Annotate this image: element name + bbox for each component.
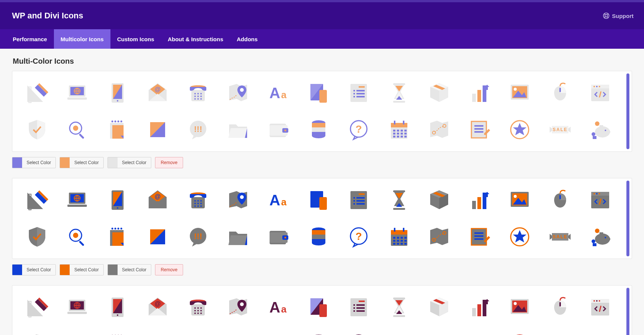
star-badge-icon[interactable]	[501, 222, 538, 252]
scrollbar[interactable]	[626, 181, 629, 256]
edit-list-icon[interactable]	[461, 329, 498, 335]
database-icon[interactable]	[300, 222, 337, 252]
sale-ribbon-icon[interactable]: SALE	[541, 115, 578, 145]
desk-phone-icon[interactable]	[179, 185, 216, 215]
envelope-at-icon[interactable]: @	[139, 185, 176, 215]
code-window-icon[interactable]	[582, 185, 619, 215]
tab-multicolor-icons[interactable]: Multicolor Icons	[54, 29, 110, 49]
laptop-globe-icon[interactable]	[58, 78, 95, 108]
mouse-icon[interactable]	[541, 292, 578, 322]
tablet-icon[interactable]	[99, 78, 136, 108]
shield-check-icon[interactable]	[18, 222, 55, 252]
square-flat-icon[interactable]	[139, 329, 176, 335]
envelope-at-icon[interactable]: @	[139, 292, 176, 322]
speech-alert-icon[interactable]: !!!	[179, 222, 216, 252]
code-window-icon[interactable]	[582, 292, 619, 322]
sale-ribbon-icon[interactable]: SALE	[541, 329, 578, 335]
bar-chart-icon[interactable]	[461, 292, 498, 322]
square-flat-icon[interactable]	[139, 115, 176, 145]
hourglass-icon[interactable]	[380, 292, 417, 322]
folder-icon[interactable]	[219, 115, 256, 145]
savings-icon[interactable]	[582, 222, 619, 252]
tab-custom-icons[interactable]: Custom Icons	[110, 29, 161, 49]
tab-performance[interactable]: Performance	[6, 29, 54, 49]
scrollbar[interactable]	[626, 288, 629, 335]
list-icon[interactable]	[340, 78, 377, 108]
folder-icon[interactable]	[219, 329, 256, 335]
shield-check-icon[interactable]	[18, 115, 55, 145]
color-picker-0-2[interactable]: Select Color	[107, 157, 151, 168]
calendar-icon[interactable]	[380, 222, 417, 252]
color-picker-1-1[interactable]: Select Color	[60, 264, 103, 275]
square-flat-icon[interactable]	[139, 222, 176, 252]
speech-alert-icon[interactable]: !!!	[179, 115, 216, 145]
phone-device-icon[interactable]	[300, 78, 337, 108]
star-badge-icon[interactable]	[501, 329, 538, 335]
magnifier-icon[interactable]	[58, 115, 95, 145]
box-3d-icon[interactable]	[421, 185, 458, 215]
route-map-icon[interactable]	[421, 222, 458, 252]
wallet-icon[interactable]	[260, 222, 297, 252]
pencil-ruler-icon[interactable]	[18, 292, 55, 322]
list-icon[interactable]	[340, 185, 377, 215]
mouse-icon[interactable]	[541, 78, 578, 108]
box-3d-icon[interactable]	[421, 78, 458, 108]
support-link[interactable]: Support	[602, 12, 634, 19]
picture-icon[interactable]	[501, 292, 538, 322]
question-bubble-icon[interactable]: ?	[340, 222, 377, 252]
sale-ribbon-icon[interactable]: SALE	[541, 222, 578, 252]
picture-icon[interactable]	[501, 185, 538, 215]
folder-icon[interactable]	[219, 222, 256, 252]
color-picker-1-0[interactable]: Select Color	[12, 264, 56, 275]
envelope-at-icon[interactable]: @	[139, 78, 176, 108]
hourglass-icon[interactable]	[380, 185, 417, 215]
font-aa-icon[interactable]: A a	[260, 292, 297, 322]
font-aa-icon[interactable]: A a	[260, 185, 297, 215]
database-icon[interactable]	[300, 329, 337, 335]
remove-button[interactable]: Remove	[155, 157, 183, 168]
route-map-icon[interactable]	[421, 115, 458, 145]
bar-chart-icon[interactable]	[461, 185, 498, 215]
laptop-globe-icon[interactable]	[58, 185, 95, 215]
tab-addons[interactable]: Addons	[230, 29, 264, 49]
hourglass-icon[interactable]	[380, 78, 417, 108]
question-bubble-icon[interactable]: ?	[340, 115, 377, 145]
calendar-icon[interactable]	[380, 329, 417, 335]
picture-icon[interactable]	[501, 78, 538, 108]
savings-icon[interactable]	[582, 115, 619, 145]
desk-phone-icon[interactable]	[179, 292, 216, 322]
scrollbar[interactable]	[626, 73, 629, 149]
shield-check-icon[interactable]	[18, 329, 55, 335]
laptop-globe-icon[interactable]	[58, 292, 95, 322]
tablet-icon[interactable]	[99, 185, 136, 215]
bar-chart-icon[interactable]	[461, 78, 498, 108]
notepad-icon[interactable]	[99, 329, 136, 335]
box-3d-icon[interactable]	[421, 292, 458, 322]
magnifier-icon[interactable]	[58, 329, 95, 335]
color-picker-0-1[interactable]: Select Color	[60, 157, 103, 168]
code-window-icon[interactable]	[582, 78, 619, 108]
route-map-icon[interactable]	[421, 329, 458, 335]
notepad-icon[interactable]	[99, 115, 136, 145]
edit-list-icon[interactable]	[461, 222, 498, 252]
star-badge-icon[interactable]	[501, 115, 538, 145]
font-aa-icon[interactable]: A a	[260, 78, 297, 108]
list-icon[interactable]	[340, 292, 377, 322]
mouse-icon[interactable]	[541, 185, 578, 215]
database-icon[interactable]	[300, 115, 337, 145]
notepad-icon[interactable]	[99, 222, 136, 252]
map-pin-icon[interactable]	[219, 185, 256, 215]
tab-about-instructions[interactable]: About & Instructions	[161, 29, 230, 49]
phone-device-icon[interactable]	[300, 185, 337, 215]
map-pin-icon[interactable]	[219, 292, 256, 322]
savings-icon[interactable]	[582, 329, 619, 335]
desk-phone-icon[interactable]	[179, 78, 216, 108]
calendar-icon[interactable]	[380, 115, 417, 145]
edit-list-icon[interactable]	[461, 115, 498, 145]
pencil-ruler-icon[interactable]	[18, 78, 55, 108]
wallet-icon[interactable]	[260, 329, 297, 335]
phone-device-icon[interactable]	[300, 292, 337, 322]
map-pin-icon[interactable]	[219, 78, 256, 108]
wallet-icon[interactable]	[260, 115, 297, 145]
magnifier-icon[interactable]	[58, 222, 95, 252]
